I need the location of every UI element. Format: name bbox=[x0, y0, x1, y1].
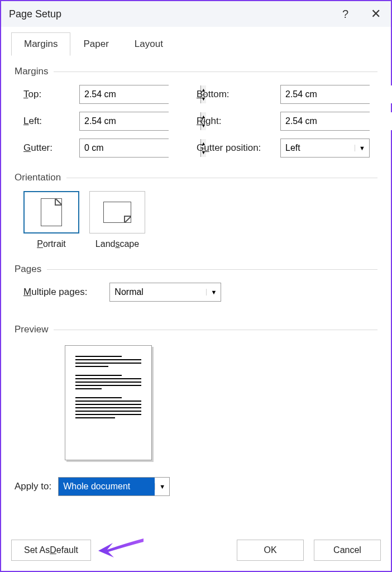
right-label: Right: bbox=[197, 116, 280, 127]
left-spinner[interactable]: ▲▼ bbox=[79, 112, 169, 131]
right-spinner[interactable]: ▲▼ bbox=[280, 112, 370, 131]
left-label: Left: bbox=[23, 116, 79, 127]
portrait-icon bbox=[23, 191, 79, 233]
dialog-title: Page Setup bbox=[9, 8, 61, 20]
apply-to-select[interactable]: Whole document ▼ bbox=[58, 477, 170, 496]
bottom-label: Bottom: bbox=[197, 89, 280, 100]
pages-group-label: Pages bbox=[15, 264, 377, 275]
bottom-spinner[interactable]: ▲▼ bbox=[280, 85, 370, 104]
orientation-landscape[interactable]: Landscape bbox=[89, 191, 145, 249]
top-input[interactable] bbox=[80, 85, 200, 103]
tab-margins[interactable]: Margins bbox=[11, 32, 70, 56]
multiple-pages-label: Multiple pages: bbox=[23, 287, 87, 298]
margins-group-label: Margins bbox=[15, 66, 377, 77]
bottom-input[interactable] bbox=[281, 85, 392, 103]
top-spinner[interactable]: ▲▼ bbox=[79, 85, 169, 104]
tab-paper[interactable]: Paper bbox=[70, 32, 121, 56]
chevron-down-icon[interactable]: ▼ bbox=[155, 483, 169, 490]
landscape-icon bbox=[89, 191, 145, 233]
ok-button[interactable]: OK bbox=[237, 540, 304, 561]
top-label: Top: bbox=[23, 89, 79, 100]
gutter-input[interactable] bbox=[80, 139, 200, 157]
cancel-button[interactable]: Cancel bbox=[314, 540, 381, 561]
gutter-spinner[interactable]: ▲▼ bbox=[79, 139, 169, 158]
right-input[interactable] bbox=[281, 112, 392, 130]
gutter-position-select[interactable]: Left ▼ bbox=[280, 139, 370, 158]
orientation-group-label: Orientation bbox=[15, 172, 377, 183]
gutter-label: Gutter: bbox=[23, 142, 79, 154]
multiple-pages-select[interactable]: Normal ▼ bbox=[109, 283, 221, 302]
close-icon[interactable]: ✕ bbox=[371, 7, 381, 21]
apply-to-label: Apply to: bbox=[15, 481, 51, 492]
preview-thumbnail bbox=[65, 345, 152, 460]
preview-group-label: Preview bbox=[15, 324, 377, 335]
set-as-default-button[interactable]: Set As Default bbox=[11, 540, 91, 561]
gutter-position-label: Gutter position: bbox=[197, 142, 280, 154]
tab-layout[interactable]: Layout bbox=[122, 32, 176, 56]
chevron-down-icon[interactable]: ▼ bbox=[355, 145, 369, 151]
help-icon[interactable]: ? bbox=[342, 8, 348, 21]
chevron-down-icon[interactable]: ▼ bbox=[206, 289, 221, 295]
orientation-portrait[interactable]: Portrait bbox=[23, 191, 79, 249]
left-input[interactable] bbox=[80, 112, 200, 130]
